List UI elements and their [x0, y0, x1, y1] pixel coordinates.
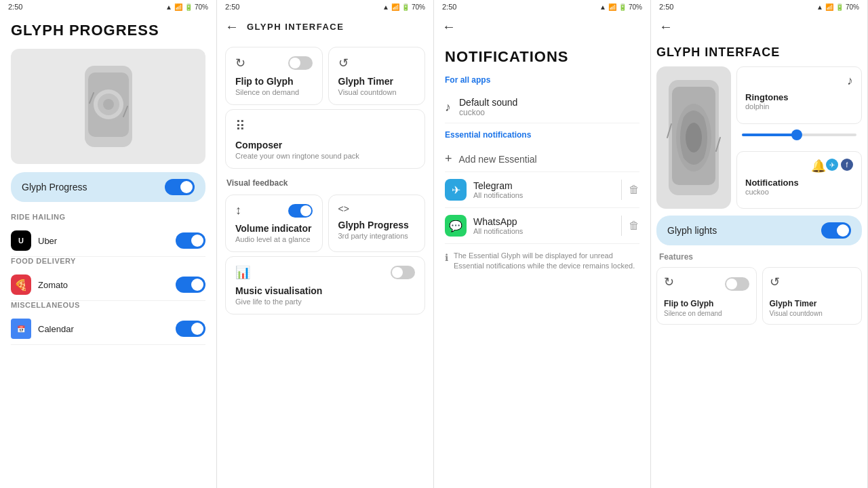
signal-icon-3: ▲ [599, 3, 606, 11]
nav-bar-2: ← GLYPH INTERFACE [217, 14, 433, 40]
glyph-lights-toggle[interactable] [821, 222, 851, 239]
timer-desc: Visual countdown [338, 88, 416, 96]
whatsapp-info: WhatsApp All notifications [473, 216, 614, 235]
sound-cards-col: ♪ Ringtones dolphin 🔔 [736, 66, 862, 209]
flip-mini-toggle[interactable] [725, 277, 749, 291]
time-1: 2:50 [8, 3, 22, 11]
glyph-progress-card-header: <> [338, 203, 416, 214]
calendar-toggle[interactable] [176, 321, 205, 337]
panel-notifications: 2:50 ▲ 📶 🔋 70% ← NOTIFICATIONS For all a… [434, 0, 651, 488]
bell-icon: 🔔 [811, 159, 826, 174]
notifications-card[interactable]: 🔔 ✈ f Notifications cuckoo [736, 151, 862, 209]
uber-name: Uber [38, 236, 57, 246]
default-sound-row[interactable]: ♪ Default sound cuckoo [445, 92, 639, 123]
status-bar-4: 2:50 ▲ 📶 🔋 70% [651, 0, 867, 14]
status-icons-1: ▲ 📶 🔋 70% [165, 3, 208, 11]
glyph-progress-title: Glyph Progress [338, 220, 416, 230]
telegram-info: Telegram All notifications [473, 180, 614, 199]
glyph-progress-icon: <> [338, 203, 349, 214]
volume-toggle[interactable] [288, 204, 313, 218]
wifi-icon: 📶 [174, 3, 182, 11]
panel-glyph-interface-right: 2:50 ▲ 📶 🔋 70% ← GLYPH INTERFACE [651, 0, 868, 488]
info-icon: ℹ [445, 252, 448, 263]
zomato-toggle[interactable] [176, 277, 205, 293]
svg-point-10 [686, 123, 702, 152]
volume-indicator-card[interactable]: ↕ Volume indicator Audio level at a glan… [225, 195, 323, 252]
zomato-info: 🍕 Zomato [11, 274, 68, 295]
features-label: Features [656, 252, 862, 262]
battery-icon-2: 🔋 [401, 3, 410, 11]
sound-preview-box [656, 66, 731, 209]
telegram-badge-icon: ✈ [826, 159, 838, 171]
music-vis-header: 📊 [235, 265, 415, 280]
essential-label: Essential notifications [445, 130, 639, 140]
divider-whatsapp [621, 216, 622, 236]
list-item-zomato[interactable]: 🍕 Zomato [11, 269, 205, 301]
slider-thumb[interactable] [791, 129, 802, 140]
panel4-scroll: GLYPH INTERFACE ♪ [651, 40, 867, 488]
add-essential-row[interactable]: + Add new Essential [445, 146, 639, 172]
music-vis-title: Music visualisation [235, 285, 415, 296]
volume-title: Volume indicator [235, 223, 313, 234]
battery-pct-4: 70% [846, 3, 859, 11]
battery-pct-3: 70% [629, 3, 642, 11]
volume-slider-row[interactable] [736, 129, 862, 140]
back-button-3[interactable]: ← [442, 19, 456, 35]
notifications-value: cuckoo [745, 188, 853, 196]
signal-icon-4: ▲ [816, 3, 823, 11]
timer-card-header: ↺ [338, 56, 416, 70]
composer-desc: Create your own ringtone sound pack [235, 152, 415, 160]
calendar-icon: 📅 [11, 319, 31, 339]
glyph-progress-desc: 3rd party integrations [338, 232, 416, 240]
glyph-progress-card[interactable]: <> Glyph Progress 3rd party integrations [328, 195, 426, 252]
section-food-delivery: Food delivery [11, 257, 205, 265]
whatsapp-notif-sub: All notifications [473, 227, 614, 235]
status-bar-2: 2:50 ▲ 📶 🔋 70% [217, 0, 433, 14]
for-all-label: For all apps [445, 75, 639, 85]
flip-to-glyph-mini-card[interactable]: ↻ Flip to Glyph Silence on demand [656, 267, 757, 325]
glyph-timer-mini-card[interactable]: ↺ Glyph Timer Visual countdown [762, 267, 863, 325]
music-vis-toggle[interactable] [391, 266, 415, 279]
music-note-icon-right: ♪ [847, 74, 853, 88]
flip-title: Flip to Glyph [235, 76, 313, 87]
timer-mini-sub: Visual countdown [770, 310, 855, 317]
delete-telegram-icon[interactable]: 🗑 [629, 184, 639, 196]
status-bar-1: 2:50 ▲ 📶 🔋 70% [0, 0, 216, 14]
info-text: The Essential Glyph will be displayed fo… [454, 251, 639, 272]
glyph-progress-toggle-row[interactable]: Glyph Progress [11, 172, 205, 202]
sound-section: ♪ Ringtones dolphin 🔔 [656, 66, 862, 209]
slider-track [742, 134, 856, 136]
section-ride-hailing: Ride hailing [11, 213, 205, 221]
glyph-timer-card[interactable]: ↺ Glyph Timer Visual countdown [328, 47, 426, 105]
uber-toggle[interactable] [176, 232, 205, 249]
wifi-icon-4: 📶 [825, 3, 833, 11]
back-button-2[interactable]: ← [225, 19, 239, 35]
svg-point-4 [103, 99, 114, 110]
volume-card-header: ↕ [235, 203, 313, 218]
timer-title: Glyph Timer [338, 76, 416, 87]
timer-icon: ↺ [338, 56, 349, 70]
glyph-lights-row[interactable]: Glyph lights [656, 216, 862, 245]
page-title-4: GLYPH INTERFACE [656, 45, 862, 60]
notif-row-telegram[interactable]: ✈ Telegram All notifications 🗑 [445, 172, 639, 208]
ringtones-card[interactable]: ♪ Ringtones dolphin [736, 66, 862, 124]
notif-row-whatsapp[interactable]: 💬 WhatsApp All notifications 🗑 [445, 208, 639, 244]
wifi-icon-2: 📶 [391, 3, 399, 11]
music-vis-card[interactable]: 📊 Music visualisation Give life to the p… [225, 256, 425, 314]
composer-card[interactable]: ⠿ Composer Create your own ringtone soun… [225, 109, 425, 169]
telegram-notif-sub: All notifications [473, 191, 614, 199]
flip-toggle[interactable] [288, 56, 313, 70]
timer-mini-top: ↺ [770, 274, 855, 293]
facebook-badge-icon: f [841, 159, 853, 171]
delete-whatsapp-icon[interactable]: 🗑 [629, 220, 639, 232]
list-item-uber[interactable]: U Uber [11, 225, 205, 257]
glyph-progress-toggle[interactable] [165, 179, 195, 195]
page-title-3: NOTIFICATIONS [445, 48, 639, 66]
status-icons-4: ▲ 📶 🔋 70% [816, 3, 859, 11]
flip-mini-sub: Silence on demand [664, 310, 749, 317]
flip-to-glyph-card[interactable]: ↻ Flip to Glyph Silence on demand [225, 47, 323, 105]
nav-bar-4: ← [651, 14, 867, 40]
back-button-4[interactable]: ← [659, 19, 673, 35]
nav-title-2: GLYPH INTERFACE [247, 22, 344, 32]
list-item-calendar[interactable]: 📅 Calendar [11, 313, 205, 345]
